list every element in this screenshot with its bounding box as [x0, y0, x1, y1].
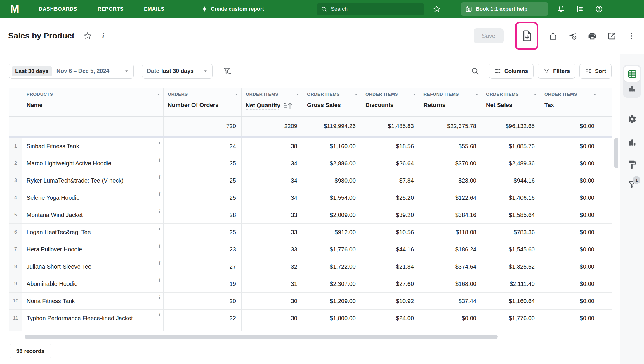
info-icon[interactable]: i — [159, 157, 160, 163]
cell-returns[interactable]: $0.00 — [419, 310, 482, 327]
cell-name[interactable]: Logan HeatTec&reg; Teei — [22, 224, 164, 241]
table-row[interactable]: 1Sinbad Fitness Tanki2438$1,160.00$18.56… — [9, 138, 612, 155]
cell-number-of-orders[interactable]: 24 — [164, 138, 242, 155]
cell-tax[interactable]: $0.00 — [540, 155, 600, 172]
print-icon[interactable] — [588, 32, 597, 41]
info-icon[interactable]: i — [159, 243, 160, 249]
cell-tax[interactable]: $0.00 — [540, 275, 600, 293]
cell-gross-sales[interactable]: $1,722.00 — [303, 258, 361, 275]
cell-tax[interactable]: $0.00 — [540, 224, 600, 241]
cell-tax[interactable]: $0.00 — [540, 310, 600, 327]
cell-name[interactable]: Nona Fitness Tanki — [22, 293, 164, 310]
cell-net-quantity[interactable]: 33 — [242, 241, 303, 258]
cell-discounts[interactable]: $27.60 — [361, 275, 419, 293]
cell-net-sales[interactable]: $1,406.16 — [482, 189, 540, 206]
cell-tax[interactable]: $0.00 — [540, 206, 600, 224]
cell-discounts[interactable]: $10.92 — [361, 293, 419, 310]
cell-net-sales[interactable]: $1,776.00 — [482, 310, 540, 327]
cell-number-of-orders[interactable]: 25 — [164, 189, 242, 206]
cell-net-quantity[interactable]: 34 — [242, 172, 303, 189]
cell-name[interactable]: Ryker LumaTech&trade; Tee (V-neck)i — [22, 172, 164, 189]
cell-name[interactable]: Typhon Performance Fleece-lined Jacketi — [22, 310, 164, 327]
cell-tax[interactable]: $0.00 — [540, 241, 600, 258]
cell-name[interactable]: Abominable Hoodiei — [22, 275, 164, 293]
cell-net-quantity[interactable]: 30 — [242, 293, 303, 310]
more-options-kebab-icon[interactable] — [627, 32, 636, 41]
table-row[interactable]: 10Nona Fitness Tanki2030$1,209.00$10.92$… — [9, 293, 612, 310]
vertical-scrollbar[interactable] — [614, 138, 618, 168]
save-button[interactable]: Save — [474, 28, 504, 43]
cell-tax[interactable]: $0.00 — [540, 189, 600, 206]
date-range-picker[interactable]: Last 30 days Nov 6 – Dec 5, 2024 — [9, 64, 134, 79]
cell-returns[interactable]: $374.64 — [419, 258, 482, 275]
cell-number-of-orders[interactable]: 25 — [164, 224, 242, 241]
add-filter-icon[interactable] — [223, 66, 232, 76]
cell-discounts[interactable]: $18.56 — [361, 138, 419, 155]
cell-net-quantity[interactable]: 32 — [242, 258, 303, 275]
cell-net-quantity[interactable]: 34 — [242, 189, 303, 206]
cell-gross-sales[interactable]: $1,209.00 — [303, 293, 361, 310]
cell-discounts[interactable]: $39.20 — [361, 206, 419, 224]
paint-roller-icon[interactable] — [627, 160, 637, 169]
cell-name[interactable]: Montana Wind Jacketi — [22, 206, 164, 224]
cell-number-of-orders[interactable]: 28 — [164, 206, 242, 224]
open-external-icon[interactable] — [607, 32, 616, 41]
settings-gear-icon[interactable] — [627, 114, 637, 124]
table-view-button[interactable] — [624, 66, 640, 82]
cell-net-sales[interactable]: $944.16 — [482, 172, 540, 189]
nav-item-reports[interactable]: REPORTS — [98, 6, 124, 12]
cell-gross-sales[interactable]: $2,009.00 — [303, 206, 361, 224]
table-row[interactable]: 2Marco Lightweight Active Hoodiei2534$2,… — [9, 155, 612, 172]
cell-gross-sales[interactable]: $2,307.00 — [303, 275, 361, 293]
cell-number-of-orders[interactable]: 27 — [164, 258, 242, 275]
cell-number-of-orders[interactable]: 23 — [164, 241, 242, 258]
table-search-icon[interactable] — [471, 67, 480, 76]
column-header-net-quantity[interactable]: ORDER ITEMSNet Quantity — [242, 88, 303, 116]
cell-net-sales[interactable]: $2,489.36 — [482, 155, 540, 172]
create-custom-report-button[interactable]: Create custom report — [201, 6, 264, 12]
cell-tax[interactable]: $0.00 — [540, 172, 600, 189]
cell-net-sales[interactable]: $2,111.40 — [482, 275, 540, 293]
info-icon[interactable]: i — [159, 312, 160, 318]
cell-tax[interactable]: $0.00 — [540, 258, 600, 275]
chart-view-button[interactable] — [628, 84, 636, 93]
changelog-icon[interactable] — [576, 5, 584, 13]
cell-net-sales[interactable]: $1,325.52 — [482, 258, 540, 275]
report-info-icon[interactable]: i — [102, 32, 104, 41]
table-row[interactable]: 9Abominable Hoodiei1931$2,307.00$27.60$1… — [9, 275, 612, 293]
filters-button[interactable]: Filters — [538, 64, 575, 79]
cell-returns[interactable]: $122.64 — [419, 189, 482, 206]
cell-discounts[interactable]: $25.20 — [361, 189, 419, 206]
column-header-net-sales[interactable]: ORDER ITEMSNet Sales — [482, 88, 540, 116]
cell-number-of-orders[interactable]: 25 — [164, 155, 242, 172]
cell-returns[interactable]: $370.00 — [419, 155, 482, 172]
cell-number-of-orders[interactable]: 22 — [164, 310, 242, 327]
table-row[interactable]: 3Ryker LumaTech&trade; Tee (V-neck)i2534… — [9, 172, 612, 189]
cell-name[interactable]: Juliana Short-Sleeve Teei — [22, 258, 164, 275]
table-row[interactable]: 8Juliana Short-Sleeve Teei2732$1,722.00$… — [9, 258, 612, 275]
metorik-logo[interactable]: M — [10, 3, 19, 15]
cell-gross-sales[interactable]: $2,886.00 — [303, 155, 361, 172]
info-icon[interactable]: i — [159, 209, 160, 215]
help-icon[interactable] — [595, 5, 603, 13]
cell-returns[interactable]: $186.24 — [419, 241, 482, 258]
cell-returns[interactable]: $37.44 — [419, 293, 482, 310]
nav-item-dashboards[interactable]: DASHBOARDS — [39, 6, 77, 12]
cell-name[interactable]: Marco Lightweight Active Hoodiei — [22, 155, 164, 172]
column-header-gross-sales[interactable]: ORDER ITEMSGross Sales — [303, 88, 361, 116]
cell-net-quantity[interactable]: 31 — [242, 275, 303, 293]
search-input[interactable]: Search — [317, 3, 424, 15]
date-dimension-select[interactable]: Date last 30 days — [142, 64, 213, 79]
cell-name[interactable]: Sinbad Fitness Tanki — [22, 138, 164, 155]
column-header-discounts[interactable]: ORDER ITEMSDiscounts — [361, 88, 419, 116]
cell-discounts[interactable]: $44.16 — [361, 241, 419, 258]
cell-returns[interactable]: $384.16 — [419, 206, 482, 224]
cell-net-quantity[interactable]: 33 — [242, 224, 303, 241]
info-icon[interactable]: i — [159, 191, 160, 197]
table-row[interactable]: 7Hera Pullover Hoodiei2333$1,776.00$44.1… — [9, 241, 612, 258]
records-count-button[interactable]: 98 records — [10, 344, 51, 358]
cell-tax[interactable]: $0.00 — [540, 138, 600, 155]
column-header-returns[interactable]: REFUND ITEMSReturns — [419, 88, 482, 116]
cell-discounts[interactable]: $24.00 — [361, 310, 419, 327]
chart-panel-icon[interactable] — [627, 138, 637, 147]
